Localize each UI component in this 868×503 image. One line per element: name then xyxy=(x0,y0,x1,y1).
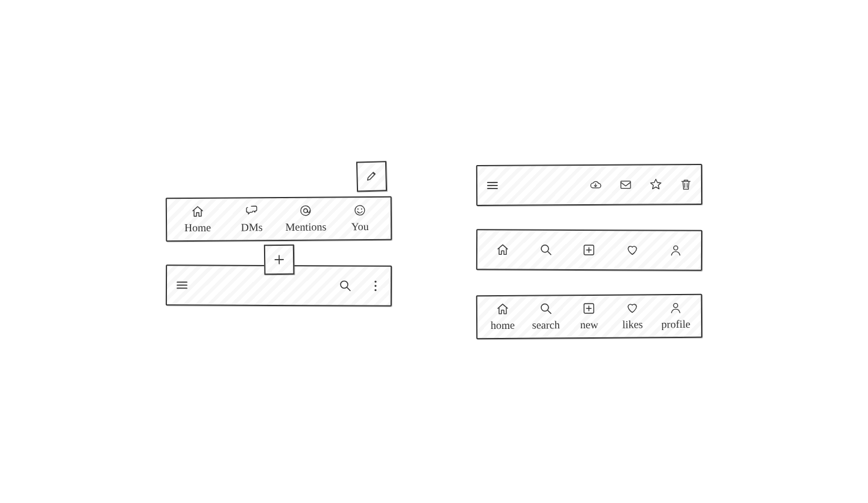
tab-profile-label: profile xyxy=(661,318,690,331)
tabbar-social: Home DMs Mentions You xyxy=(166,196,392,242)
plus-square-icon xyxy=(582,243,596,257)
tabbar-labeled: home search new likes profile xyxy=(476,294,702,339)
favorite-button[interactable] xyxy=(649,178,662,191)
home-icon xyxy=(191,205,204,218)
tab-you[interactable]: You xyxy=(333,204,387,234)
tab-likes[interactable]: likes xyxy=(611,301,654,331)
heart-icon xyxy=(626,301,639,314)
user-icon xyxy=(669,244,682,257)
toolbar-actions xyxy=(166,264,392,306)
heart-icon xyxy=(626,243,639,257)
more-button[interactable] xyxy=(369,280,382,293)
mail-button[interactable] xyxy=(619,178,632,192)
tab-search[interactable] xyxy=(524,243,568,257)
search-icon xyxy=(539,243,553,257)
tab-dms-label: DMs xyxy=(241,221,263,234)
plus-square-icon xyxy=(582,302,596,315)
chat-icon xyxy=(245,204,258,217)
tab-likes[interactable] xyxy=(611,243,654,257)
home-icon xyxy=(496,302,509,316)
tab-mentions-label: Mentions xyxy=(285,220,326,233)
menu-icon xyxy=(486,179,499,192)
at-icon xyxy=(299,204,312,217)
tab-new[interactable] xyxy=(568,243,611,257)
pencil-icon xyxy=(365,170,379,184)
tab-home-label: Home xyxy=(184,222,211,234)
smile-icon xyxy=(353,204,366,217)
add-button[interactable] xyxy=(263,245,294,275)
search-icon xyxy=(339,279,352,292)
tab-new[interactable]: new xyxy=(567,302,611,331)
tab-search-label: search xyxy=(532,319,560,331)
tab-mentions[interactable]: Mentions xyxy=(278,204,333,234)
compose-button[interactable] xyxy=(356,161,387,192)
tab-home[interactable] xyxy=(481,243,524,256)
menu-button[interactable] xyxy=(486,179,499,192)
tab-profile[interactable] xyxy=(654,243,697,257)
tab-home[interactable]: Home xyxy=(171,205,225,235)
more-vertical-icon xyxy=(369,280,382,293)
user-icon xyxy=(669,301,682,314)
tab-home-label: home xyxy=(491,319,515,332)
cloud-download-icon xyxy=(589,178,602,192)
tab-dms[interactable]: DMs xyxy=(225,204,279,234)
search-button[interactable] xyxy=(339,279,352,292)
tab-search[interactable]: search xyxy=(524,302,568,331)
plus-icon xyxy=(272,253,285,266)
search-icon xyxy=(539,302,553,315)
tab-new-label: new xyxy=(580,319,599,331)
toolbar-file xyxy=(476,164,702,206)
trash-icon xyxy=(679,178,693,191)
tab-likes-label: likes xyxy=(622,318,643,331)
download-button[interactable] xyxy=(589,178,602,192)
tab-profile[interactable]: profile xyxy=(654,301,697,331)
mail-icon xyxy=(619,178,632,192)
menu-icon xyxy=(175,278,189,292)
star-icon xyxy=(649,178,662,191)
delete-button[interactable] xyxy=(679,178,693,191)
tab-home[interactable]: home xyxy=(481,302,524,332)
tab-you-label: You xyxy=(351,220,369,233)
home-icon xyxy=(496,243,509,256)
tabbar-icons xyxy=(476,229,702,271)
menu-button[interactable] xyxy=(175,278,189,292)
